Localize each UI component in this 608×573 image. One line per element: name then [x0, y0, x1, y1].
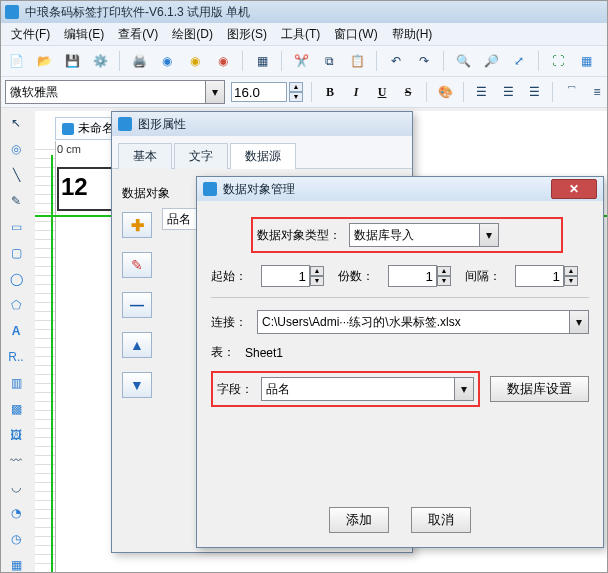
spin-up[interactable]: ▲: [437, 266, 451, 276]
rect-tool-icon[interactable]: ▭: [5, 217, 27, 237]
pointer-tool-icon[interactable]: ↖: [5, 113, 27, 133]
highlight-type: 数据对象类型： 数据库导入 ▾: [251, 217, 563, 253]
menu-draw[interactable]: 绘图(D): [166, 24, 219, 45]
align-left-icon[interactable]: ☰: [472, 81, 492, 103]
qrcode-tool-icon[interactable]: ▩: [5, 399, 27, 419]
align-right-icon[interactable]: ☰: [524, 81, 544, 103]
zoom-in-icon[interactable]: 🔍: [452, 50, 474, 72]
valign-middle-icon[interactable]: ≡: [587, 81, 607, 103]
undo-icon[interactable]: ↶: [385, 50, 407, 72]
align-center-icon[interactable]: ☰: [498, 81, 518, 103]
chevron-down-icon[interactable]: ▾: [205, 81, 224, 103]
arc-tool-icon[interactable]: ◡: [5, 477, 27, 497]
zoom-out-icon[interactable]: 🔎: [480, 50, 502, 72]
database-red-icon[interactable]: ◉: [212, 50, 234, 72]
spin-up[interactable]: ▲: [564, 266, 578, 276]
start-spin[interactable]: ▲▼: [261, 265, 324, 287]
grid-icon[interactable]: ▦: [575, 50, 597, 72]
image-tool-icon[interactable]: 🖼: [5, 425, 27, 445]
font-size-field[interactable]: ▲▼: [231, 82, 303, 102]
move-up-button[interactable]: ▲: [122, 332, 152, 358]
pen-tool-icon[interactable]: ✎: [5, 191, 27, 211]
menu-edit[interactable]: 编辑(E): [58, 24, 110, 45]
menu-window[interactable]: 窗口(W): [328, 24, 383, 45]
chevron-down-icon[interactable]: ▾: [454, 378, 473, 400]
chevron-down-icon[interactable]: ▾: [569, 311, 588, 333]
underline-button[interactable]: U: [372, 81, 392, 103]
barcode-tool-icon[interactable]: ▥: [5, 373, 27, 393]
zoom-reset-icon[interactable]: ⤢: [508, 50, 530, 72]
count-input[interactable]: [388, 265, 437, 287]
roundrect-tool-icon[interactable]: ▢: [5, 243, 27, 263]
arrow-down-icon: ▼: [130, 377, 144, 393]
plus-icon: ✚: [131, 216, 144, 235]
italic-button[interactable]: I: [346, 81, 366, 103]
font-size-value[interactable]: [231, 82, 287, 102]
cancel-button[interactable]: 取消: [411, 507, 471, 533]
spin-down[interactable]: ▼: [437, 276, 451, 286]
conn-combo[interactable]: C:\Users\Admi···练习的\水果标签.xlsx ▾: [257, 310, 589, 334]
polygon-tool-icon[interactable]: ⬠: [5, 295, 27, 315]
menu-view[interactable]: 查看(V): [112, 24, 164, 45]
gauge-tool-icon[interactable]: ◷: [5, 529, 27, 549]
open-icon[interactable]: 📂: [33, 50, 55, 72]
close-button[interactable]: ✕: [551, 179, 597, 199]
sector-tool-icon[interactable]: ◔: [5, 503, 27, 523]
valign-top-icon[interactable]: ⎴: [561, 81, 581, 103]
properties-titlebar[interactable]: 图形属性: [112, 112, 412, 136]
data-object-mgmt-window: 数据对象管理 ✕ 数据对象类型： 数据库导入 ▾ 起始： ▲▼ 份数： ▲▼ 间…: [196, 176, 604, 548]
type-combo[interactable]: 数据库导入 ▾: [349, 223, 499, 247]
chevron-down-icon[interactable]: ▾: [479, 224, 498, 246]
field-combo[interactable]: 品名 ▾: [261, 377, 474, 401]
color-picker-icon[interactable]: 🎨: [435, 81, 455, 103]
font-size-up[interactable]: ▲: [289, 82, 303, 92]
move-down-button[interactable]: ▼: [122, 372, 152, 398]
cut-icon[interactable]: ✂️: [290, 50, 312, 72]
ellipse-tool-icon[interactable]: ◯: [5, 269, 27, 289]
menu-help[interactable]: 帮助(H): [386, 24, 439, 45]
redo-icon[interactable]: ↷: [413, 50, 435, 72]
menu-tools[interactable]: 工具(T): [275, 24, 326, 45]
add-button[interactable]: 添加: [329, 507, 389, 533]
text-tool-icon[interactable]: A: [5, 321, 27, 341]
curve-tool-icon[interactable]: 〰: [5, 451, 27, 471]
font-name-combo[interactable]: 微软雅黑 ▾: [5, 80, 225, 104]
mgmt-titlebar[interactable]: 数据对象管理 ✕: [197, 177, 603, 201]
richtext-tool-icon[interactable]: R..: [5, 347, 27, 367]
bold-button[interactable]: B: [320, 81, 340, 103]
tab-basic[interactable]: 基本: [118, 143, 172, 169]
save-icon[interactable]: 💾: [61, 50, 83, 72]
menu-file[interactable]: 文件(F): [5, 24, 56, 45]
grid-tool-icon[interactable]: ▦: [5, 555, 27, 573]
tab-text[interactable]: 文字: [174, 143, 228, 169]
print-icon[interactable]: 🖨️: [128, 50, 150, 72]
spin-down[interactable]: ▼: [564, 276, 578, 286]
db-settings-button[interactable]: 数据库设置: [490, 376, 589, 402]
mgmt-title: 数据对象管理: [223, 181, 295, 198]
target-tool-icon[interactable]: ◎: [5, 139, 27, 159]
font-size-down[interactable]: ▼: [289, 92, 303, 102]
database-blue-icon[interactable]: ◉: [156, 50, 178, 72]
remove-object-button[interactable]: —: [122, 292, 152, 318]
fit-icon[interactable]: ⛶: [547, 50, 569, 72]
line-tool-icon[interactable]: ╲: [5, 165, 27, 185]
gap-spin[interactable]: ▲▼: [515, 265, 578, 287]
add-object-button[interactable]: ✚: [122, 212, 152, 238]
start-input[interactable]: [261, 265, 310, 287]
ruler-origin-label: 0 cm: [57, 143, 81, 155]
settings-icon[interactable]: ⚙️: [89, 50, 111, 72]
strike-button[interactable]: S: [398, 81, 418, 103]
spin-down[interactable]: ▼: [310, 276, 324, 286]
spin-up[interactable]: ▲: [310, 266, 324, 276]
table-icon[interactable]: ▦: [251, 50, 273, 72]
field-label: 字段：: [217, 381, 253, 398]
menu-shape[interactable]: 图形(S): [221, 24, 273, 45]
count-spin[interactable]: ▲▼: [388, 265, 451, 287]
new-icon[interactable]: 📄: [5, 50, 27, 72]
gap-input[interactable]: [515, 265, 564, 287]
tab-datasource[interactable]: 数据源: [230, 143, 296, 169]
paste-icon[interactable]: 📋: [346, 50, 368, 72]
database-yellow-icon[interactable]: ◉: [184, 50, 206, 72]
edit-object-button[interactable]: ✎: [122, 252, 152, 278]
copy-icon[interactable]: ⧉: [318, 50, 340, 72]
